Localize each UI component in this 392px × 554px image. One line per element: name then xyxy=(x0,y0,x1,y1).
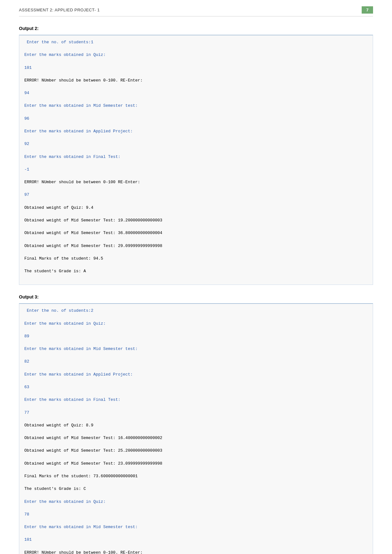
code-line: 101 xyxy=(24,65,368,71)
output3-label: Output 3: xyxy=(19,294,373,299)
code-line: 96 xyxy=(24,116,368,122)
code-line: ERROR! NUmber should be between 0-100 RE… xyxy=(24,179,368,185)
code-line: Obtained weight of Mid Semester Test: 23… xyxy=(24,461,368,467)
code-line: Final Marks of the student: 94.5 xyxy=(24,256,368,262)
code-line: Enter the marks obtained in Mid Semester… xyxy=(24,103,368,109)
output3-code-block: Enter the no. of students:2 Enter the ma… xyxy=(19,303,373,554)
page-number-badge: 7 xyxy=(362,6,373,14)
code-line: 94 xyxy=(24,90,368,96)
code-line: Enter the no. of students:1 xyxy=(24,39,368,45)
code-line: Enter the no. of students:2 xyxy=(24,308,368,314)
code-line: 97 xyxy=(24,192,368,198)
output2-label: Output 2: xyxy=(19,26,373,31)
code-line: Obtained weight of Quiz: 9.4 xyxy=(24,205,368,211)
output2-code-block: Enter the no. of students:1 Enter the ma… xyxy=(19,35,373,285)
code-line: Enter the marks obtained in Quiz: xyxy=(24,321,368,327)
code-line: Obtained weight of Quiz: 8.9 xyxy=(24,422,368,429)
header-bar: ASSESSMENT 2: APPLIED PROJECT- 1 7 xyxy=(19,6,373,16)
code-line: -1 xyxy=(24,166,368,173)
code-line: The student's Grade is: A xyxy=(24,268,368,274)
code-line: Enter the marks obtained in Quiz: xyxy=(24,52,368,58)
code-line: The student's Grade is: C xyxy=(24,486,368,492)
code-line: 78 xyxy=(24,511,368,518)
page-container: ASSESSMENT 2: APPLIED PROJECT- 1 7 Outpu… xyxy=(0,0,392,554)
code-line: Enter the marks obtained in Final Test: xyxy=(24,397,368,403)
code-line: 77 xyxy=(24,410,368,416)
code-line: Obtained weight of Mid Semester Test: 16… xyxy=(24,435,368,441)
code-line: Obtained weight of Mid Semester Test: 29… xyxy=(24,243,368,249)
code-line: Enter the marks obtained in Quiz: xyxy=(24,499,368,505)
code-line: Enter the marks obtained in Applied Proj… xyxy=(24,371,368,378)
code-line: Obtained weight of Mid Semester Test: 19… xyxy=(24,217,368,224)
code-line: Enter the marks obtained in Mid Semester… xyxy=(24,346,368,352)
code-line: ERROR! NUmber should be between 0-100. R… xyxy=(24,77,368,84)
code-line: ERROR! NUmber should be between 0-100. R… xyxy=(24,550,368,554)
code-line: Obtained weight of Mid Semester Test: 36… xyxy=(24,230,368,236)
code-line: Enter the marks obtained in Mid Semester… xyxy=(24,524,368,530)
code-line: Enter the marks obtained in Final Test: xyxy=(24,154,368,160)
code-line: 92 xyxy=(24,141,368,147)
code-line: Obtained weight of Mid Semester Test: 25… xyxy=(24,448,368,454)
header-title: ASSESSMENT 2: APPLIED PROJECT- 1 xyxy=(19,8,100,12)
code-line: 63 xyxy=(24,384,368,390)
code-line: Enter the marks obtained in Applied Proj… xyxy=(24,128,368,135)
code-line: 82 xyxy=(24,358,368,365)
code-line: 89 xyxy=(24,333,368,340)
code-line: 101 xyxy=(24,537,368,543)
code-line: Final Marks of the student: 73.600000000… xyxy=(24,473,368,479)
